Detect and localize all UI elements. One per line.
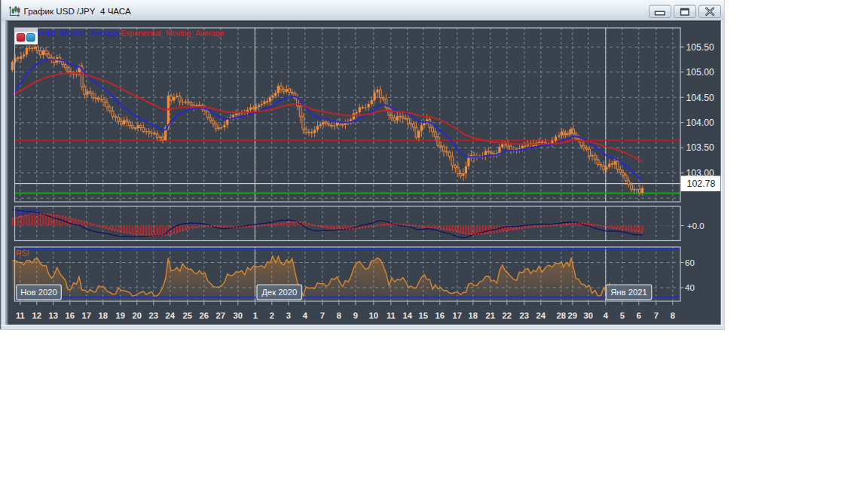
- svg-text:104.50: 104.50: [686, 93, 714, 103]
- svg-text:17: 17: [82, 311, 91, 320]
- svg-text:4: 4: [604, 311, 609, 320]
- svg-text:21: 21: [486, 311, 495, 320]
- svg-text:Янв 2021: Янв 2021: [610, 288, 647, 297]
- svg-text:RSI: RSI: [16, 249, 29, 258]
- svg-text:2: 2: [270, 311, 274, 320]
- svg-text:11: 11: [16, 311, 25, 320]
- svg-text:29: 29: [568, 311, 577, 320]
- svg-text:12: 12: [32, 311, 41, 320]
- svg-text:+0.0: +0.0: [687, 221, 704, 230]
- svg-text:9: 9: [353, 311, 358, 320]
- svg-text:23: 23: [149, 311, 158, 320]
- svg-text:17: 17: [453, 311, 462, 320]
- svg-text:18: 18: [99, 311, 108, 320]
- svg-text:16: 16: [66, 311, 75, 320]
- svg-text:10: 10: [369, 311, 378, 320]
- svg-text:14: 14: [403, 311, 413, 320]
- svg-text:16: 16: [436, 311, 445, 320]
- svg-text:Exponential_Moving_Average: Exponential_Moving_Average: [121, 29, 224, 38]
- svg-text:График USD /JPY 4 ЧАСА: График USD /JPY 4 ЧАСА: [24, 6, 131, 16]
- svg-text:8: 8: [337, 311, 341, 320]
- svg-text:22: 22: [503, 311, 512, 320]
- svg-text:23: 23: [520, 311, 529, 320]
- svg-text:26: 26: [200, 311, 209, 320]
- svg-text:27: 27: [216, 311, 225, 320]
- svg-text:40: 40: [685, 283, 695, 292]
- svg-text:MACD: MACD: [16, 208, 40, 217]
- svg-text:11: 11: [387, 311, 396, 320]
- svg-text:24: 24: [536, 311, 546, 320]
- svg-text:24: 24: [166, 311, 176, 320]
- svg-text:7: 7: [654, 311, 659, 320]
- svg-text:102.78: 102.78: [687, 178, 716, 189]
- svg-text:103.50: 103.50: [686, 142, 714, 153]
- svg-text:60: 60: [685, 258, 695, 267]
- svg-text:8: 8: [671, 311, 675, 320]
- svg-text:4: 4: [303, 311, 308, 320]
- svg-text:5: 5: [620, 311, 625, 320]
- svg-text:1: 1: [253, 311, 258, 320]
- svg-text:18: 18: [469, 311, 478, 320]
- svg-text:30: 30: [234, 311, 243, 320]
- svg-text:30: 30: [584, 311, 593, 320]
- svg-text:13: 13: [49, 311, 58, 320]
- svg-text:Дек 2020: Дек 2020: [261, 288, 297, 297]
- svg-text:6: 6: [637, 311, 641, 320]
- svg-text:105.00: 105.00: [686, 67, 714, 78]
- svg-text:15: 15: [419, 311, 428, 320]
- svg-text:25: 25: [183, 311, 192, 320]
- svg-text:105.50: 105.50: [686, 42, 714, 53]
- svg-text:104.00: 104.00: [686, 117, 714, 128]
- svg-text:28: 28: [557, 311, 566, 320]
- svg-text:20: 20: [133, 311, 142, 320]
- svg-text:7: 7: [320, 311, 325, 320]
- svg-text:19: 19: [116, 311, 125, 320]
- svg-text:Нов 2020: Нов 2020: [20, 288, 57, 297]
- svg-text:3: 3: [286, 311, 291, 320]
